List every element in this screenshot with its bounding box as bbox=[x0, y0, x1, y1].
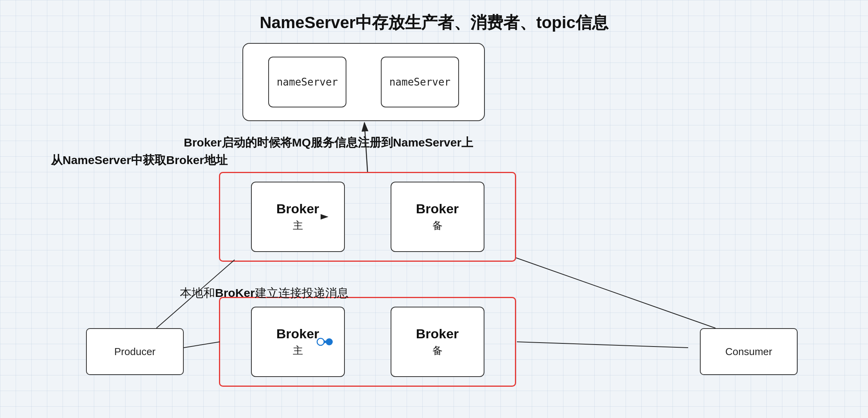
arrow-consumer-to-broker bbox=[517, 342, 688, 348]
broker-primary-2: Broker 主 bbox=[251, 307, 345, 377]
broker-backup-1: Broker 备 bbox=[391, 182, 484, 252]
broker-backup-2: Broker 备 bbox=[391, 307, 484, 377]
broker-group-1: Broker 主 Broker 备 bbox=[219, 172, 516, 262]
nameserver-cluster: nameServer nameServer bbox=[242, 43, 485, 121]
page-title: NameServer中存放生产者、消费者、topic信息 bbox=[260, 12, 608, 34]
annotation-broker-register: Broker启动的时候将MQ服务信息注册到NameServer上 bbox=[184, 135, 473, 151]
annotation-nameserver-get: 从NameServer中获取Broker地址 bbox=[51, 152, 228, 168]
broker-group-2: Broker 主 Broker 备 bbox=[219, 297, 516, 387]
nameserver-box-2: nameServer bbox=[381, 57, 459, 107]
annotation-local-connect: 本地和BroKer建立连接投递消息 bbox=[180, 285, 349, 301]
broker-primary-1: Broker 主 bbox=[251, 182, 345, 252]
consumer-box: Consumer bbox=[700, 328, 798, 375]
diagram-container: NameServer中存放生产者、消费者、topic信息 nameServer … bbox=[0, 0, 868, 418]
arrow-consumer-to-broker1 bbox=[516, 258, 716, 328]
nameserver-box-1: nameServer bbox=[268, 57, 346, 107]
producer-box: Producer bbox=[86, 328, 184, 375]
arrow-producer-to-broker bbox=[184, 342, 220, 348]
